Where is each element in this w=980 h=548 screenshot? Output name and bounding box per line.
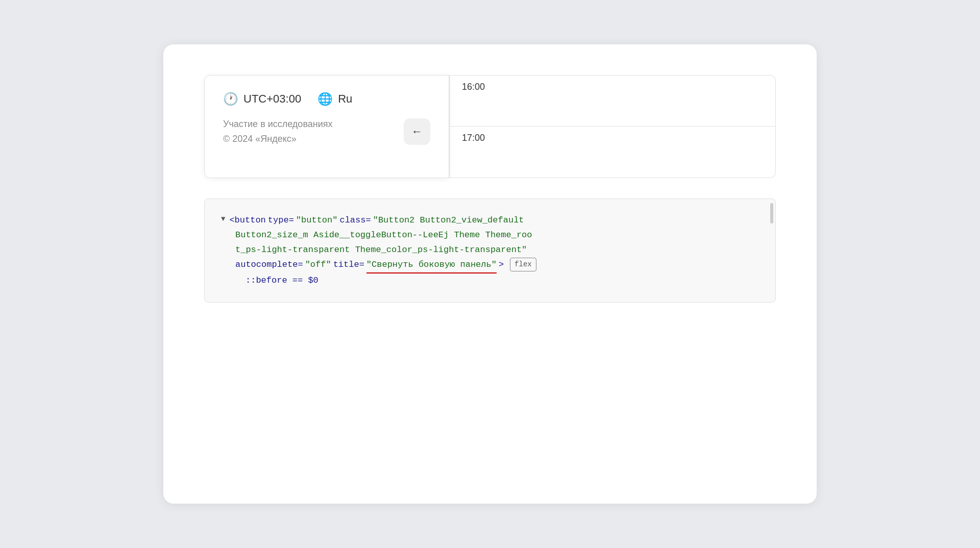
time-column: 16:00 17:00 bbox=[449, 75, 501, 178]
code-line-2: Button2_size_m Aside__toggleButton--LeeE… bbox=[221, 228, 759, 243]
yandex-panel: 🕐 UTC+03:00 🌐 Ru Участие в исследованиях… bbox=[204, 75, 449, 178]
scrollbar-hint bbox=[770, 203, 773, 223]
code-val-autocomplete: "off" bbox=[305, 258, 331, 272]
panel-top-row: 🕐 UTC+03:00 🌐 Ru bbox=[223, 92, 430, 106]
time-cell-1600: 16:00 bbox=[450, 76, 501, 127]
main-card: 🕐 UTC+03:00 🌐 Ru Участие в исследованиях… bbox=[163, 44, 817, 504]
calendar-cell-2 bbox=[501, 127, 775, 178]
code-class-line3: t_ps-light-transparent Theme_color_ps-li… bbox=[235, 243, 527, 258]
code-attr-autocomplete: autocomplete= bbox=[235, 258, 303, 272]
before-line: ::before == $0 bbox=[221, 273, 759, 288]
language-label: Ru bbox=[338, 92, 352, 106]
code-panel: ▼ <button type= "button" class= "Button2… bbox=[204, 198, 776, 303]
calendar-cell-1 bbox=[501, 76, 775, 127]
panel-bottom-section: Участие в исследованиях © 2024 «Яндекс» … bbox=[223, 118, 430, 145]
code-class-line2: Button2_size_m Aside__toggleButton--LeeE… bbox=[235, 228, 532, 243]
calendar-area bbox=[501, 75, 776, 178]
code-tag-end: > bbox=[499, 258, 504, 272]
panel-text-block: Участие в исследованиях © 2024 «Яндекс» bbox=[223, 119, 333, 144]
flex-badge: flex bbox=[510, 258, 536, 272]
code-line-1: ▼ <button type= "button" class= "Button2… bbox=[221, 213, 759, 228]
code-val-button: "button" bbox=[296, 213, 338, 228]
time-cell-1700: 17:00 bbox=[450, 127, 501, 178]
code-val-class-start: "Button2 Button2_view_default bbox=[373, 213, 524, 228]
back-button[interactable]: ← bbox=[404, 118, 430, 145]
code-val-title: "Свернуть боковую панель" bbox=[366, 258, 497, 273]
clock-icon: 🕐 bbox=[223, 92, 238, 106]
code-attr-type: type= bbox=[268, 213, 294, 228]
timezone-label: UTC+03:00 bbox=[243, 92, 301, 106]
language-item: 🌐 Ru bbox=[317, 92, 352, 106]
copyright-text: © 2024 «Яндекс» bbox=[223, 134, 333, 144]
participation-text: Участие в исследованиях bbox=[223, 119, 333, 130]
globe-icon: 🌐 bbox=[317, 92, 333, 106]
code-attr-title: title= bbox=[333, 258, 364, 272]
code-line-3: t_ps-light-transparent Theme_color_ps-li… bbox=[221, 243, 759, 258]
code-line-4: autocomplete= "off" title= "Свернуть бок… bbox=[221, 258, 759, 273]
top-area: 🕐 UTC+03:00 🌐 Ru Участие в исследованиях… bbox=[204, 75, 776, 178]
code-attr-class: class= bbox=[339, 213, 371, 228]
collapse-triangle[interactable]: ▼ bbox=[221, 213, 225, 226]
code-tag-button: <button bbox=[229, 213, 265, 228]
timezone-item: 🕐 UTC+03:00 bbox=[223, 92, 301, 106]
